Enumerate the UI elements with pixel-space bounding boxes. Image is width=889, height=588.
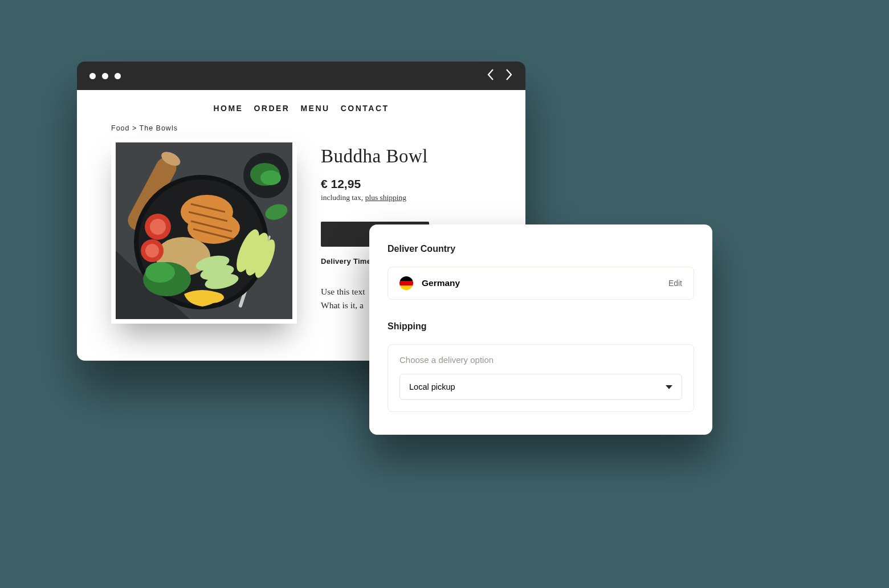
shipping-hint: Choose a delivery option <box>399 355 682 365</box>
svg-point-36 <box>199 292 224 303</box>
shipping-link[interactable]: plus shipping <box>365 193 406 202</box>
back-icon[interactable] <box>487 68 495 83</box>
window-dot[interactable] <box>89 73 96 79</box>
svg-point-19 <box>145 262 175 283</box>
svg-point-13 <box>260 170 281 185</box>
crumb-root[interactable]: Food <box>111 124 130 132</box>
titlebar <box>77 62 525 90</box>
product-tax-note: including tax, plus shipping <box>321 193 429 202</box>
crumb-sep: > <box>132 124 137 132</box>
forward-icon[interactable] <box>505 68 513 83</box>
shipping-label: Shipping <box>388 321 694 332</box>
crumb-leaf[interactable]: The Bowls <box>140 124 178 132</box>
deliver-country-label: Deliver Country <box>388 244 694 254</box>
product-image <box>116 142 292 319</box>
checkout-panel: Deliver Country Germany Edit Shipping Ch… <box>369 224 712 435</box>
tax-text: including tax, <box>321 193 365 202</box>
shipping-section: Shipping Choose a delivery option Local … <box>388 321 694 412</box>
country-card: Germany Edit <box>388 267 694 300</box>
top-nav: HOME ORDER MENU CONTACT <box>111 90 491 124</box>
edit-country-button[interactable]: Edit <box>668 279 682 288</box>
svg-point-23 <box>145 244 159 258</box>
window-controls <box>89 73 121 79</box>
window-dot[interactable] <box>115 73 121 79</box>
desc-line: Use this text <box>321 287 365 296</box>
window-dot[interactable] <box>102 73 108 79</box>
shipping-card: Choose a delivery option Local pickup <box>388 344 694 412</box>
nav-order[interactable]: ORDER <box>254 104 289 113</box>
country-row: Germany Edit <box>399 276 682 290</box>
product-image-frame <box>111 138 297 324</box>
nav-home[interactable]: HOME <box>213 104 243 113</box>
svg-point-21 <box>150 219 166 235</box>
germany-flag-icon <box>399 276 413 290</box>
product-title: Buddha Bowl <box>321 146 429 167</box>
desc-line: What is it, a <box>321 300 364 310</box>
country-left: Germany <box>399 276 460 290</box>
breadcrumb: Food > The Bowls <box>111 124 491 132</box>
product-price: € 12,95 <box>321 177 429 191</box>
shipping-select-value: Local pickup <box>409 382 455 391</box>
nav-menu[interactable]: MENU <box>300 104 329 113</box>
chevron-down-icon <box>666 385 672 389</box>
shipping-select[interactable]: Local pickup <box>399 374 682 400</box>
nav-contact[interactable]: CONTACT <box>341 104 389 113</box>
nav-arrows <box>487 68 513 83</box>
country-name: Germany <box>422 278 460 288</box>
